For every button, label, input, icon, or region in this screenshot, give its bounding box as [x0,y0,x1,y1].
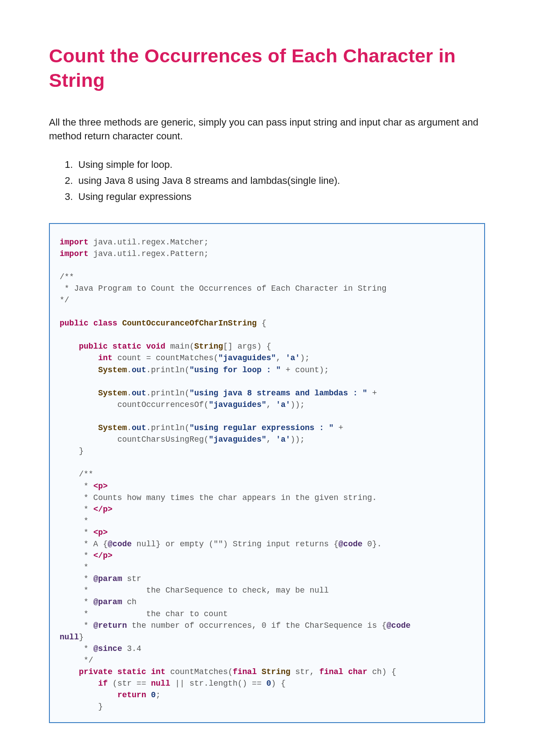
keyword-public: public [60,319,89,328]
javadoc-param: @param [93,574,122,583]
javadoc-code: @code [108,540,132,549]
javadoc-since: @since [93,644,122,653]
keyword-class: class [93,319,117,328]
javadoc-return: @return [93,621,127,630]
html-tag-p: <p> [93,482,108,491]
page-title: Count the Occurrences of Each Character … [49,44,485,93]
method-list: Using simple for loop. using Java 8 usin… [76,157,485,205]
class-name: CountOccuranceOfCharInString [122,319,256,328]
intro-paragraph: All the three methods are generic, simpl… [49,116,485,143]
list-item: using Java 8 using Java 8 streams and la… [76,173,485,189]
keyword-import: import [60,238,89,247]
code-block: import java.util.regex.Matcher; import j… [49,223,485,723]
list-item: Using regular expressions [76,189,485,205]
html-tag-p-close: </p> [93,505,113,514]
list-item: Using simple for loop. [76,157,485,173]
keyword-import: import [60,249,89,258]
